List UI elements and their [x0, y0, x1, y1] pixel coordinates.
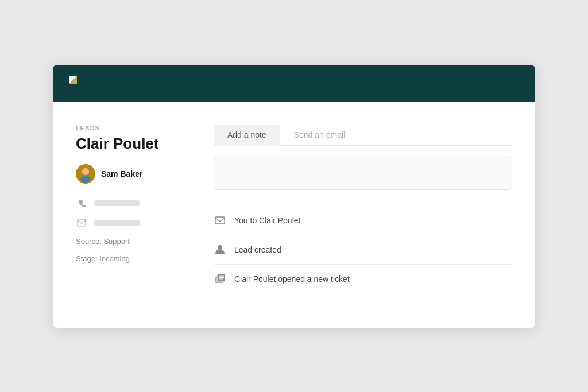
owner-name: Sam Baker: [101, 169, 142, 178]
contact-name: Clair Poulet: [76, 135, 191, 153]
person-icon: [214, 243, 226, 256]
activity-email-text: You to Clair Poulet: [234, 216, 300, 225]
phone-icon: [76, 197, 87, 209]
ticket-icon: [214, 273, 226, 285]
note-input[interactable]: [214, 156, 512, 190]
leads-label: LEADS: [76, 125, 191, 131]
stage-label: Stage: Incoming: [76, 254, 191, 264]
owner-row: Sam Baker: [76, 164, 191, 184]
svg-rect-7: [215, 217, 225, 224]
right-panel: Add a note Send an email You to Clair Po…: [214, 125, 512, 293]
svg-point-5: [83, 168, 89, 174]
email-icon: [76, 217, 87, 228]
content-area: LEADS Clair Poulet Sam Baker: [53, 102, 535, 328]
phone-placeholder: [94, 200, 140, 206]
email-row: [76, 217, 191, 228]
activity-item-lead: Lead created: [214, 235, 512, 265]
activity-list: You to Clair Poulet Lead created: [214, 206, 512, 293]
envelope-icon: [214, 214, 226, 227]
phone-row: [76, 197, 191, 209]
tab-add-note[interactable]: Add a note: [214, 125, 280, 146]
left-panel: LEADS Clair Poulet Sam Baker: [76, 125, 191, 293]
avatar: [76, 164, 95, 184]
app-header: [53, 65, 535, 102]
main-card: LEADS Clair Poulet Sam Baker: [53, 65, 535, 328]
activity-item-ticket: Clair Poulet opened a new ticket: [214, 265, 512, 293]
tabs-bar: Add a note Send an email: [214, 125, 512, 146]
email-placeholder: [94, 220, 140, 226]
tab-send-email[interactable]: Send an email: [280, 125, 359, 146]
activity-item-email: You to Clair Poulet: [214, 206, 512, 235]
app-logo: [67, 74, 85, 92]
svg-point-4: [80, 176, 91, 183]
svg-rect-6: [78, 219, 86, 226]
activity-lead-text: Lead created: [234, 245, 281, 254]
meta-info: Source: Support Stage: Incoming: [76, 236, 191, 264]
svg-point-8: [218, 245, 222, 250]
source-label: Source: Support: [76, 236, 191, 247]
activity-ticket-text: Clair Poulet opened a new ticket: [234, 274, 350, 284]
